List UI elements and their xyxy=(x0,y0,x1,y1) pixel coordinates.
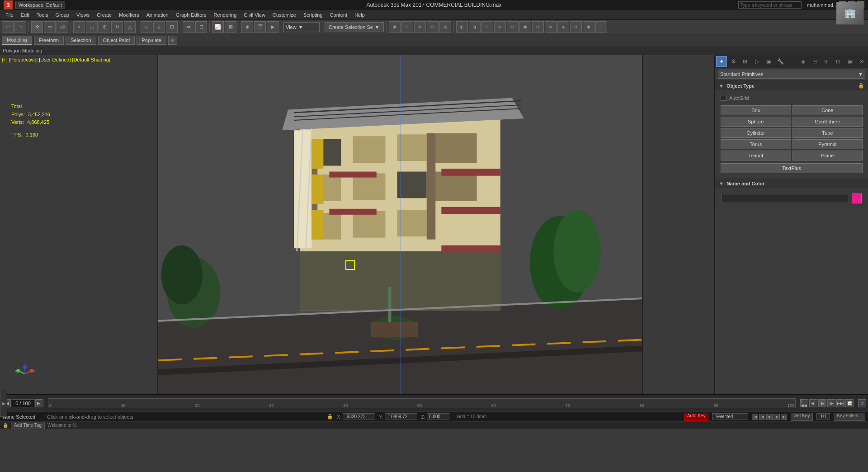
tl-next-key[interactable]: ▶| xyxy=(35,399,43,407)
menu-graph-editors[interactable]: Graph Editors xyxy=(172,11,210,19)
cp-icon-r5[interactable]: ▣ xyxy=(844,56,855,67)
btn-cone[interactable]: Cone xyxy=(793,105,863,115)
render-setup[interactable]: 🎬 xyxy=(254,21,266,33)
play-next-frame[interactable]: |▶ xyxy=(827,399,835,407)
tab-freeform[interactable]: Freeform xyxy=(34,36,64,45)
menu-create[interactable]: Create xyxy=(93,11,115,19)
cp-tab-motion[interactable]: ▷ xyxy=(751,56,762,67)
btn-plane[interactable]: Plane xyxy=(793,151,863,160)
material-editor[interactable]: ◈ xyxy=(241,21,253,33)
color-swatch[interactable] xyxy=(852,194,862,203)
cp-icon-r6[interactable]: ⊗ xyxy=(856,56,867,67)
frame-counter[interactable]: 0 / 100 xyxy=(12,399,34,407)
render-type-4[interactable]: ⊞ xyxy=(494,21,506,33)
cp-tab-modify[interactable]: ⚙ xyxy=(728,56,739,67)
tab-modeling[interactable]: Modeling xyxy=(2,36,32,45)
menu-animation[interactable]: Animation xyxy=(143,11,172,19)
x-field[interactable]: -6320.273 xyxy=(343,413,375,420)
cp-icon-r1[interactable]: ◈ xyxy=(797,56,808,67)
menu-customize[interactable]: Customize xyxy=(269,11,300,19)
mirror-button[interactable]: ⇔ xyxy=(183,21,194,33)
populate-button[interactable]: Populate xyxy=(137,36,166,45)
render-type-8[interactable]: ⊠ xyxy=(545,21,557,33)
menu-civil-view[interactable]: Civil View xyxy=(240,11,269,19)
name-color-header[interactable]: ▼ Name and Color xyxy=(715,179,868,188)
schematic-view[interactable]: ⊠ xyxy=(225,21,236,33)
autogrid-checkbox[interactable] xyxy=(721,95,726,101)
btn-sphere[interactable]: Sphere xyxy=(721,117,791,127)
cp-tab-display[interactable]: ◉ xyxy=(763,56,774,67)
menu-tools[interactable]: Tools xyxy=(33,11,52,19)
select-region-button[interactable]: ▭ xyxy=(44,21,56,33)
status-next[interactable]: ▶ xyxy=(774,414,780,420)
cp-tab-utilities[interactable]: 🔧 xyxy=(775,56,786,67)
render-type-5[interactable]: ⊡ xyxy=(507,21,519,33)
btn-torus[interactable]: Torus xyxy=(721,139,791,149)
btn-box[interactable]: Box xyxy=(721,105,791,115)
render-type-2[interactable]: ◨ xyxy=(469,21,481,33)
workspace-selector[interactable]: Workspace: Default xyxy=(15,1,65,9)
select-window[interactable]: □ xyxy=(86,21,98,33)
render-type-12[interactable]: ⊞ xyxy=(595,21,607,33)
lasso-select[interactable]: ⌖ xyxy=(73,21,85,33)
snap-toggle[interactable]: ⊞ xyxy=(166,21,178,33)
btn-geosphere[interactable]: GeoSphere xyxy=(793,117,863,127)
menu-file[interactable]: File xyxy=(2,11,17,19)
lock-btn2[interactable]: 🔒 xyxy=(3,423,8,428)
render-type-10[interactable]: ⊟ xyxy=(570,21,582,33)
settings-button[interactable]: ⚙ xyxy=(168,36,177,45)
nav-arrow-left[interactable]: ▶ xyxy=(0,390,7,417)
render-type-1[interactable]: ◧ xyxy=(456,21,468,33)
menu-help[interactable]: Help xyxy=(351,11,368,19)
y-field[interactable]: -10809.72 xyxy=(385,413,417,420)
status-play[interactable]: ▶ xyxy=(766,414,773,420)
named-sel-2[interactable]: ⊟ xyxy=(401,21,413,33)
time-config[interactable]: ⏱ xyxy=(858,399,866,407)
btn-pyramid[interactable]: Pyramid xyxy=(793,139,863,149)
scale-button[interactable]: △ xyxy=(124,21,136,33)
curve-editor[interactable]: 📈 xyxy=(212,21,224,33)
add-time-tag[interactable]: Add Time Tag xyxy=(11,422,45,429)
view-dropdown[interactable]: View ▼ xyxy=(283,22,320,32)
select-all-button[interactable]: All xyxy=(57,21,68,33)
loop-toggle[interactable]: 🔁 xyxy=(845,399,854,407)
play-button[interactable]: ▶ xyxy=(818,399,826,407)
viewport-container[interactable] xyxy=(158,55,642,394)
cp-tab-hierarchy[interactable]: ⊞ xyxy=(740,56,750,67)
menu-views[interactable]: Views xyxy=(73,11,93,19)
status-play-start[interactable]: |◀ xyxy=(752,414,758,420)
tab-object-paint[interactable]: Object Paint xyxy=(98,36,135,45)
play-prev-frame[interactable]: ◀| xyxy=(809,399,817,407)
object-type-header[interactable]: ▼ Object Type 🔒 xyxy=(715,81,868,90)
key-filters-button[interactable]: Set Key xyxy=(791,413,813,421)
redo-button[interactable]: ↪ xyxy=(14,21,26,33)
cp-icon-r3[interactable]: ⊞ xyxy=(821,56,832,67)
status-play-end[interactable]: ▶| xyxy=(781,414,787,420)
align-button[interactable]: ⊟ xyxy=(195,21,207,33)
key-filters-btn2[interactable]: Key Filters... xyxy=(834,413,865,421)
autokey-button[interactable]: Auto Key xyxy=(684,413,709,421)
named-sel-1[interactable]: ▣ xyxy=(389,21,401,33)
render-type-9[interactable]: ◈ xyxy=(557,21,569,33)
z-field[interactable]: 0.000 xyxy=(427,413,449,420)
btn-textplus[interactable]: TextPlus xyxy=(721,163,863,173)
rotate-button[interactable]: ↻ xyxy=(111,21,123,33)
menu-scripting[interactable]: Scripting xyxy=(300,11,326,19)
render-type-3[interactable]: ⊟ xyxy=(481,21,493,33)
btn-cylinder[interactable]: Cylinder xyxy=(721,128,791,138)
cp-icon-r4[interactable]: ⊡ xyxy=(833,56,844,67)
percent-snap[interactable]: % xyxy=(141,21,152,33)
move-button[interactable]: ⊕ xyxy=(99,21,110,33)
render-type-6[interactable]: ▣ xyxy=(519,21,531,33)
undo-button[interactable]: ↩ xyxy=(2,21,14,33)
play-start[interactable]: |◀◀ xyxy=(800,399,808,407)
render-type-11[interactable]: ▣ xyxy=(583,21,594,33)
menu-edit[interactable]: Edit xyxy=(17,11,33,19)
cp-icon-r2[interactable]: ⊟ xyxy=(809,56,820,67)
cp-tab-create[interactable]: ✦ xyxy=(716,56,727,67)
status-prev[interactable]: ◀ xyxy=(759,414,765,420)
viewport-3d[interactable] xyxy=(158,55,642,394)
btn-teapot[interactable]: Teapot xyxy=(721,151,791,160)
render-type-7[interactable]: ⊟ xyxy=(532,21,544,33)
angle-snap[interactable]: ∠ xyxy=(153,21,165,33)
